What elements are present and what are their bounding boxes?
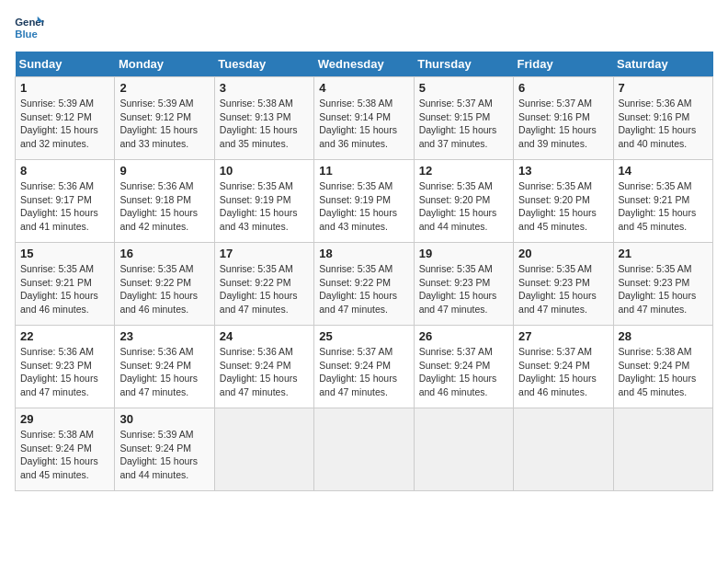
day-detail: Sunrise: 5:35 AM Sunset: 9:23 PM Dayligh… [518,262,608,316]
day-detail: Sunrise: 5:39 AM Sunset: 9:12 PM Dayligh… [119,97,209,151]
day-number: 9 [119,164,209,178]
calendar-cell: 14 Sunrise: 5:35 AM Sunset: 9:21 PM Dayl… [613,160,712,243]
calendar-cell [414,408,513,491]
day-number: 5 [419,81,508,95]
calendar-cell: 6 Sunrise: 5:37 AM Sunset: 9:16 PM Dayli… [514,77,613,160]
day-number: 6 [518,81,608,95]
day-detail: Sunrise: 5:36 AM Sunset: 9:16 PM Dayligh… [619,97,708,151]
calendar-cell: 1 Sunrise: 5:39 AM Sunset: 9:12 PM Dayli… [16,77,115,160]
calendar-week-row: 8 Sunrise: 5:36 AM Sunset: 9:17 PM Dayli… [16,160,713,243]
day-number: 21 [619,247,708,260]
day-number: 4 [319,81,408,95]
day-number: 15 [20,247,109,260]
calendar-cell [214,408,313,491]
svg-text:General: General [15,17,44,28]
calendar-week-row: 29 Sunrise: 5:38 AM Sunset: 9:24 PM Dayl… [16,408,713,491]
calendar-cell [314,408,414,491]
calendar-cell: 12 Sunrise: 5:35 AM Sunset: 9:20 PM Dayl… [414,160,513,243]
day-detail: Sunrise: 5:38 AM Sunset: 9:14 PM Dayligh… [319,97,408,151]
calendar-cell: 19 Sunrise: 5:35 AM Sunset: 9:23 PM Dayl… [414,243,513,326]
day-detail: Sunrise: 5:37 AM Sunset: 9:24 PM Dayligh… [419,345,508,399]
calendar-cell: 29 Sunrise: 5:38 AM Sunset: 9:24 PM Dayl… [16,408,115,491]
calendar-cell: 13 Sunrise: 5:35 AM Sunset: 9:20 PM Dayl… [514,160,613,243]
day-detail: Sunrise: 5:35 AM Sunset: 9:19 PM Dayligh… [319,179,408,234]
day-detail: Sunrise: 5:35 AM Sunset: 9:23 PM Dayligh… [619,262,708,316]
calendar-cell: 4 Sunrise: 5:38 AM Sunset: 9:14 PM Dayli… [314,77,414,160]
day-number: 23 [119,329,209,343]
calendar-cell: 9 Sunrise: 5:36 AM Sunset: 9:18 PM Dayli… [115,160,214,243]
day-number: 1 [20,81,109,95]
day-detail: Sunrise: 5:36 AM Sunset: 9:18 PM Dayligh… [119,179,209,234]
calendar-cell: 30 Sunrise: 5:39 AM Sunset: 9:24 PM Dayl… [115,408,214,491]
calendar-cell [514,408,613,491]
weekday-header-monday: Monday [115,52,214,77]
calendar-cell: 23 Sunrise: 5:36 AM Sunset: 9:24 PM Dayl… [115,326,214,408]
day-detail: Sunrise: 5:37 AM Sunset: 9:24 PM Dayligh… [518,345,608,399]
day-detail: Sunrise: 5:35 AM Sunset: 9:20 PM Dayligh… [518,179,608,234]
day-detail: Sunrise: 5:35 AM Sunset: 9:19 PM Dayligh… [220,179,309,234]
calendar-cell: 22 Sunrise: 5:36 AM Sunset: 9:23 PM Dayl… [16,326,115,408]
day-number: 11 [319,164,408,178]
calendar-cell: 15 Sunrise: 5:35 AM Sunset: 9:21 PM Dayl… [16,243,115,326]
calendar-cell: 20 Sunrise: 5:35 AM Sunset: 9:23 PM Dayl… [514,243,613,326]
day-number: 10 [220,164,309,178]
page-header: General Blue [15,15,713,40]
day-detail: Sunrise: 5:35 AM Sunset: 9:20 PM Dayligh… [419,179,508,234]
day-number: 29 [20,412,109,426]
day-detail: Sunrise: 5:37 AM Sunset: 9:16 PM Dayligh… [518,97,608,151]
weekday-header-tuesday: Tuesday [214,52,313,77]
day-number: 14 [619,164,708,178]
calendar-cell: 7 Sunrise: 5:36 AM Sunset: 9:16 PM Dayli… [613,77,712,160]
calendar-week-row: 22 Sunrise: 5:36 AM Sunset: 9:23 PM Dayl… [16,326,713,408]
calendar-cell: 27 Sunrise: 5:37 AM Sunset: 9:24 PM Dayl… [514,326,613,408]
calendar-cell: 2 Sunrise: 5:39 AM Sunset: 9:12 PM Dayli… [115,77,214,160]
day-number: 2 [119,81,209,95]
day-number: 13 [518,164,608,178]
calendar-cell: 11 Sunrise: 5:35 AM Sunset: 9:19 PM Dayl… [314,160,414,243]
calendar-week-row: 1 Sunrise: 5:39 AM Sunset: 9:12 PM Dayli… [16,77,713,160]
day-number: 19 [419,247,508,260]
svg-text:Blue: Blue [15,29,38,40]
calendar-cell: 3 Sunrise: 5:38 AM Sunset: 9:13 PM Dayli… [214,77,313,160]
day-detail: Sunrise: 5:35 AM Sunset: 9:22 PM Dayligh… [220,262,309,316]
day-number: 22 [20,329,109,343]
day-detail: Sunrise: 5:35 AM Sunset: 9:23 PM Dayligh… [419,262,508,316]
day-number: 18 [319,247,408,260]
day-detail: Sunrise: 5:35 AM Sunset: 9:22 PM Dayligh… [119,262,209,316]
calendar-cell [613,408,712,491]
day-detail: Sunrise: 5:38 AM Sunset: 9:24 PM Dayligh… [619,345,708,399]
day-number: 30 [119,412,209,426]
day-number: 16 [119,247,209,260]
day-detail: Sunrise: 5:39 AM Sunset: 9:12 PM Dayligh… [20,97,109,151]
calendar-cell: 25 Sunrise: 5:37 AM Sunset: 9:24 PM Dayl… [314,326,414,408]
calendar-cell: 28 Sunrise: 5:38 AM Sunset: 9:24 PM Dayl… [613,326,712,408]
day-number: 28 [619,329,708,343]
day-detail: Sunrise: 5:37 AM Sunset: 9:15 PM Dayligh… [419,97,508,151]
calendar-cell: 26 Sunrise: 5:37 AM Sunset: 9:24 PM Dayl… [414,326,513,408]
day-detail: Sunrise: 5:35 AM Sunset: 9:21 PM Dayligh… [619,179,708,234]
logo-icon: General Blue [15,15,44,40]
calendar-week-row: 15 Sunrise: 5:35 AM Sunset: 9:21 PM Dayl… [16,243,713,326]
calendar-cell: 8 Sunrise: 5:36 AM Sunset: 9:17 PM Dayli… [16,160,115,243]
weekday-header-wednesday: Wednesday [314,52,414,77]
calendar-cell: 5 Sunrise: 5:37 AM Sunset: 9:15 PM Dayli… [414,77,513,160]
calendar-cell: 10 Sunrise: 5:35 AM Sunset: 9:19 PM Dayl… [214,160,313,243]
weekday-header-friday: Friday [514,52,613,77]
day-number: 3 [220,81,309,95]
day-detail: Sunrise: 5:39 AM Sunset: 9:24 PM Dayligh… [119,428,209,482]
day-detail: Sunrise: 5:36 AM Sunset: 9:23 PM Dayligh… [20,345,109,399]
day-detail: Sunrise: 5:37 AM Sunset: 9:24 PM Dayligh… [319,345,408,399]
weekday-header-thursday: Thursday [414,52,513,77]
day-detail: Sunrise: 5:35 AM Sunset: 9:21 PM Dayligh… [20,262,109,316]
day-detail: Sunrise: 5:38 AM Sunset: 9:24 PM Dayligh… [20,428,109,482]
day-detail: Sunrise: 5:35 AM Sunset: 9:22 PM Dayligh… [319,262,408,316]
day-number: 17 [220,247,309,260]
day-number: 24 [220,329,309,343]
calendar-cell: 18 Sunrise: 5:35 AM Sunset: 9:22 PM Dayl… [314,243,414,326]
weekday-header-saturday: Saturday [613,52,712,77]
day-number: 20 [518,247,608,260]
weekday-header-sunday: Sunday [16,52,115,77]
day-number: 26 [419,329,508,343]
day-detail: Sunrise: 5:38 AM Sunset: 9:13 PM Dayligh… [220,97,309,151]
day-number: 12 [419,164,508,178]
